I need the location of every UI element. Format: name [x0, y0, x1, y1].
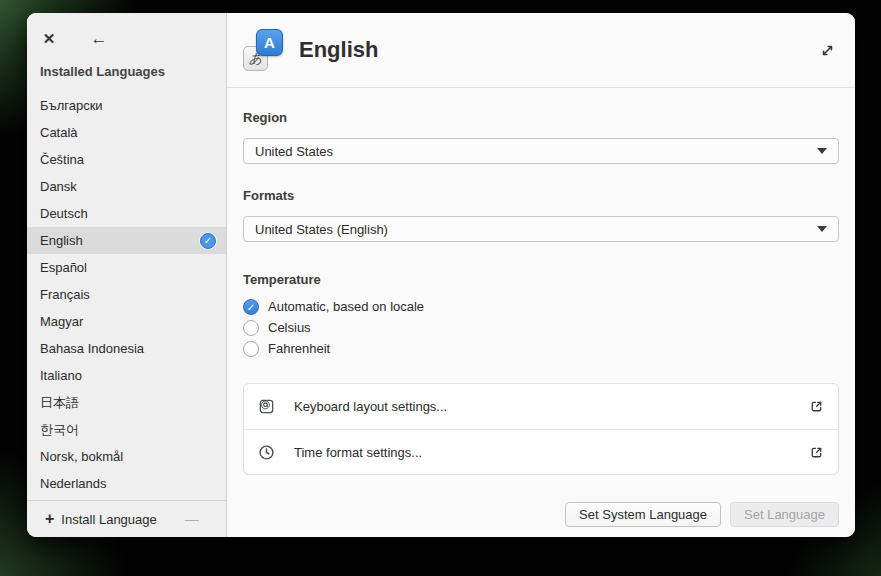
language-label: Català — [40, 125, 78, 140]
radio-option-celsius[interactable]: Celsius — [243, 317, 839, 338]
action-buttons-row: Set System Language Set Language — [243, 502, 839, 527]
sidebar-item-language[interactable]: Italiano — [27, 362, 226, 389]
sidebar-item-language[interactable]: Nederlands — [27, 470, 226, 497]
sidebar-item-language[interactable]: Bahasa Indonesia — [27, 335, 226, 362]
region-label: Region — [243, 110, 839, 126]
desktop-background: { "icons": { "close": "✕", "back": "←", … — [0, 0, 881, 576]
language-label: Norsk, bokmål — [40, 449, 123, 464]
set-system-language-button[interactable]: Set System Language — [565, 502, 721, 527]
back-arrow-icon: ← — [91, 29, 108, 49]
keyboard-icon — [258, 398, 275, 415]
clock-icon — [258, 444, 275, 461]
link-label: Keyboard layout settings... — [294, 399, 447, 414]
language-settings-window: ✕ ← Installed Languages Български Català… — [27, 13, 855, 537]
keyboard-layout-settings-link[interactable]: Keyboard layout settings... — [244, 384, 838, 429]
selected-check-icon: ✓ — [200, 233, 216, 249]
sidebar-actionbar: + Install Language — — [27, 500, 226, 537]
language-label: Italiano — [40, 368, 82, 383]
sidebar-item-language[interactable]: Deutsch — [27, 200, 226, 227]
sidebar-item-language[interactable]: Dansk — [27, 173, 226, 200]
language-label: Español — [40, 260, 87, 275]
sidebar-item-language[interactable]: 日本語 — [27, 389, 226, 416]
sidebar-topbar: ✕ ← — [27, 13, 226, 51]
region-value: United States — [255, 144, 333, 159]
expand-button[interactable] — [815, 38, 839, 62]
plus-icon: + — [45, 510, 54, 528]
language-label: 한국어 — [40, 421, 79, 439]
sidebar-item-language[interactable]: Français — [27, 281, 226, 308]
language-label: 日本語 — [40, 394, 79, 412]
language-label: Български — [40, 98, 103, 113]
radio-option-fahrenheit[interactable]: Fahrenheit — [243, 338, 839, 359]
formats-value: United States (English) — [255, 222, 388, 237]
page-title: English — [299, 37, 378, 63]
expand-diagonal-icon — [820, 43, 835, 58]
language-label: Bahasa Indonesia — [40, 341, 144, 356]
language-translate-icon: あ A — [243, 29, 285, 71]
radio-unchecked-icon — [243, 341, 259, 357]
chevron-down-icon — [817, 148, 827, 154]
radio-unchecked-icon — [243, 320, 259, 336]
region-dropdown[interactable]: United States — [243, 138, 839, 164]
radio-label: Automatic, based on locale — [268, 299, 424, 314]
external-link-icon — [809, 399, 824, 414]
main-content: Region United States Formats United Stat… — [227, 88, 855, 537]
temperature-label: Temperature — [243, 272, 839, 288]
main-header: あ A English — [227, 13, 855, 88]
sidebar-item-language[interactable]: 한국어 — [27, 416, 226, 443]
language-list: Български Català Čeština Dansk Deutsch E… — [27, 92, 226, 500]
sidebar-item-language[interactable]: Magyar — [27, 308, 226, 335]
main-panel: あ A English Region United States Formats — [227, 13, 855, 537]
language-label: Français — [40, 287, 90, 302]
back-button[interactable]: ← — [87, 27, 111, 51]
formats-label: Formats — [243, 188, 839, 204]
sidebar-item-language[interactable]: Català — [27, 119, 226, 146]
minus-icon: — — [185, 511, 199, 527]
install-language-label: Install Language — [61, 512, 156, 527]
sidebar-item-language[interactable]: Norsk, bokmål — [27, 443, 226, 470]
translate-icon-front-square: A — [256, 29, 283, 56]
language-label: English — [40, 233, 83, 248]
sidebar-item-language[interactable]: Български — [27, 92, 226, 119]
close-icon: ✕ — [43, 30, 56, 48]
sidebar: ✕ ← Installed Languages Български Català… — [27, 13, 227, 537]
external-link-icon — [809, 445, 824, 460]
radio-label: Celsius — [268, 320, 311, 335]
radio-checked-icon: ✓ — [243, 299, 259, 315]
language-label: Nederlands — [40, 476, 107, 491]
language-label: Deutsch — [40, 206, 88, 221]
install-language-button[interactable]: + Install Language — [37, 506, 165, 532]
language-label: Dansk — [40, 179, 77, 194]
link-label: Time format settings... — [294, 445, 422, 460]
settings-links-card: Keyboard layout settings... — [243, 383, 839, 475]
installed-languages-heading: Installed Languages — [40, 64, 226, 80]
close-button[interactable]: ✕ — [37, 27, 61, 51]
language-label: Magyar — [40, 314, 83, 329]
language-label: Čeština — [40, 152, 84, 167]
time-format-settings-link[interactable]: Time format settings... — [244, 429, 838, 474]
chevron-down-icon — [817, 226, 827, 232]
radio-label: Fahrenheit — [268, 341, 330, 356]
remove-language-button[interactable]: — — [179, 507, 205, 531]
set-language-button[interactable]: Set Language — [730, 502, 839, 527]
sidebar-item-language[interactable]: Español — [27, 254, 226, 281]
radio-option-automatic[interactable]: ✓ Automatic, based on locale — [243, 296, 839, 317]
formats-dropdown[interactable]: United States (English) — [243, 216, 839, 242]
sidebar-item-language[interactable]: Čeština — [27, 146, 226, 173]
sidebar-item-language-selected[interactable]: English ✓ — [27, 227, 226, 254]
